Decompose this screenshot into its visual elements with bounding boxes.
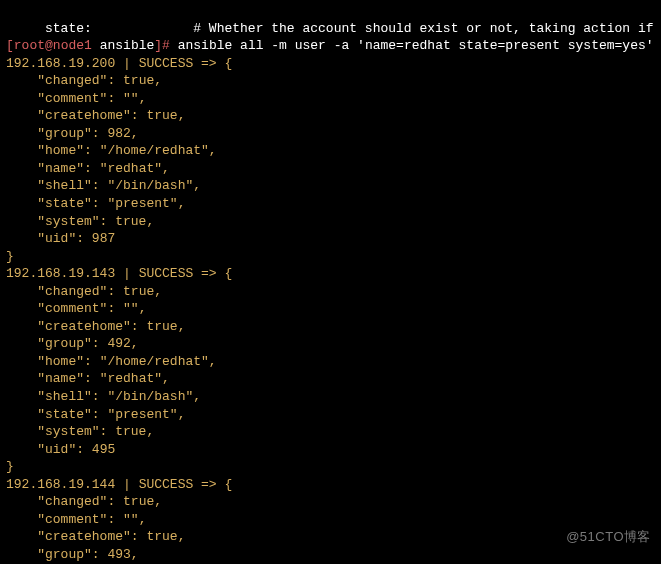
- shell-prompt: [root@node1 ansible]#: [6, 38, 178, 53]
- result-line: "name": "redhat",: [6, 371, 170, 386]
- result-line: "createhome": true,: [6, 529, 185, 544]
- result-line: "group": 492,: [6, 336, 139, 351]
- command-text: ansible all -m user -a 'name=redhat stat…: [178, 38, 654, 53]
- result-line: "group": 982,: [6, 126, 139, 141]
- result-line: "comment": "",: [6, 91, 146, 106]
- result-line: "state": "present",: [6, 196, 185, 211]
- result-line: "changed": true,: [6, 494, 162, 509]
- result-line: "comment": "",: [6, 512, 146, 527]
- terminal-output[interactable]: state: # Whether the account should exis…: [0, 0, 661, 564]
- result-line: "home": "/home/redhat",: [6, 143, 217, 158]
- result-header-1: 192.168.19.143 | SUCCESS => {: [6, 266, 232, 281]
- result-line: "changed": true,: [6, 284, 162, 299]
- result-close: }: [6, 249, 14, 264]
- result-line: "system": true,: [6, 424, 154, 439]
- truncated-header-line: state: # Whether the account should exis…: [6, 21, 661, 36]
- ps1-cwd: ansible: [100, 38, 155, 53]
- result-line: "shell": "/bin/bash",: [6, 389, 201, 404]
- result-line: "createhome": true,: [6, 319, 185, 334]
- result-line: "uid": 495: [6, 442, 115, 457]
- result-line: "changed": true,: [6, 73, 162, 88]
- watermark-text: @51CTO博客: [566, 528, 651, 546]
- result-line: "state": "present",: [6, 407, 185, 422]
- result-close: }: [6, 459, 14, 474]
- result-line: "comment": "",: [6, 301, 146, 316]
- result-line: "home": "/home/redhat",: [6, 354, 217, 369]
- result-line: "group": 493,: [6, 547, 139, 562]
- result-header-0: 192.168.19.200 | SUCCESS => {: [6, 56, 232, 71]
- result-line: "system": true,: [6, 214, 154, 229]
- result-line: "createhome": true,: [6, 108, 185, 123]
- result-line: "name": "redhat",: [6, 161, 170, 176]
- result-line: "shell": "/bin/bash",: [6, 178, 201, 193]
- ps1-user-host: [root@node1: [6, 38, 92, 53]
- result-header-2: 192.168.19.144 | SUCCESS => {: [6, 477, 232, 492]
- result-line: "uid": 987: [6, 231, 115, 246]
